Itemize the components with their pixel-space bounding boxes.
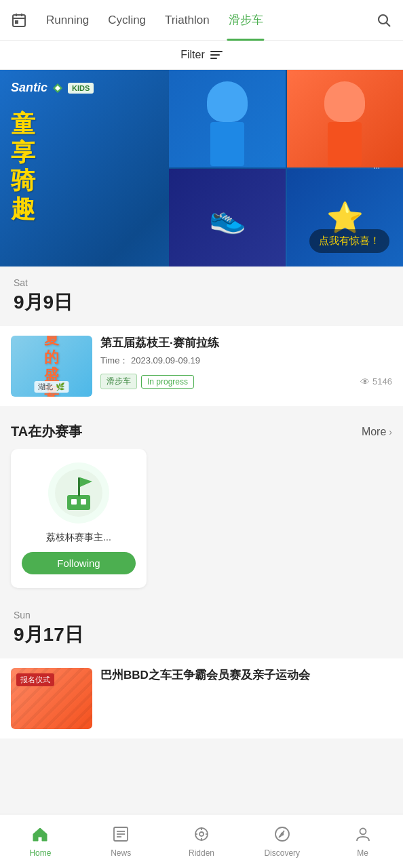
banner-cta[interactable]: 点我有惊喜！ (309, 229, 389, 253)
tab-triathlon[interactable]: Triathlon (155, 0, 219, 41)
date-section-2: Sun 9月17日 (0, 599, 403, 653)
event-views-1: 👁 5146 (360, 376, 392, 387)
filter-button[interactable]: Filter (180, 49, 223, 61)
me-label: Me (357, 848, 368, 858)
ridden-label: Ridden (189, 848, 214, 858)
search-button[interactable] (372, 8, 396, 33)
organizer-card-1[interactable]: 荔枝杯赛事主... Following (11, 449, 147, 588)
time-value: 2023.09.09-09.19 (131, 355, 200, 366)
svg-rect-4 (16, 21, 18, 23)
cn-char-2: 享 (11, 139, 35, 166)
banner-logo: Santic KIDS (11, 81, 94, 95)
thumb-bg-summer: 夏的盛宴 湖北 🌿 (11, 336, 92, 397)
event-tags-1: 滑步车 In progress (100, 374, 194, 389)
brand-name: Santic (11, 81, 47, 95)
organizer-row: 荔枝杯赛事主... Following (0, 449, 403, 599)
event-info-1: 第五届荔枝王·赛前拉练 Time： 2023.09.09-09.19 滑步车 I… (100, 336, 392, 389)
home-label: Home (29, 848, 51, 858)
event-card-1[interactable]: 夏的盛宴 湖北 🌿 第五届荔枝王·赛前拉练 Time： 2023.09.09-0… (0, 326, 403, 406)
svg-rect-11 (78, 477, 80, 496)
tag-status-1: In progress (141, 375, 194, 389)
me-icon (354, 825, 372, 846)
svg-point-23 (281, 833, 283, 835)
main-content: Santic KIDS 童 享 骑 趣 Baby, Come on (0, 70, 403, 798)
calendar-icon[interactable] (7, 8, 31, 33)
ta-section-header: TA在办赛事 More › (0, 412, 403, 449)
tab-running[interactable]: Running (37, 0, 98, 41)
filter-label: Filter (180, 49, 205, 61)
date-weekday-1: Sat (14, 277, 389, 288)
discovery-label: Discovery (264, 848, 300, 858)
more-label: More (362, 426, 386, 438)
more-link[interactable]: More › (362, 426, 392, 438)
cn-char-4: 趣 (11, 195, 35, 222)
bottom-nav-ridden[interactable]: Ridden (161, 814, 242, 868)
kids-badge: KIDS (68, 83, 94, 94)
collage-cell-3: 👟 (169, 169, 285, 267)
event-thumbnail-2: 报名仪式 (11, 668, 92, 729)
banner-chinese-text: 童 享 骑 趣 (11, 111, 35, 222)
organizer-name-1: 荔枝杯赛事主... (46, 532, 111, 544)
collage-cell-1 (169, 70, 285, 167)
event-time-1: Time： 2023.09.09-09.19 (100, 355, 392, 367)
event-title-2: 巴州BBD之车王争霸会员赛及亲子运动会 (100, 668, 392, 683)
filter-bar: Filter (0, 41, 403, 70)
red-badge: 报名仪式 (16, 673, 54, 686)
date-section-1: Sat 9月9日 (0, 267, 403, 321)
date-main-1: 9月9日 (14, 290, 389, 315)
news-icon (112, 825, 130, 846)
date-weekday-2: Sun (14, 610, 389, 620)
home-icon (31, 825, 49, 846)
hubei-tag: 湖北 🌿 (34, 381, 69, 393)
svg-line-6 (387, 22, 391, 26)
svg-rect-0 (13, 15, 25, 26)
ridden-icon (193, 825, 210, 846)
bottom-navigation: Home News Ridden (0, 814, 403, 868)
event-thumbnail-1: 夏的盛宴 湖北 🌿 (11, 336, 92, 397)
eye-icon: 👁 (360, 376, 370, 387)
svg-point-5 (379, 15, 387, 24)
ta-section-title: TA在办赛事 (11, 422, 82, 441)
organizer-avatar-1 (48, 462, 109, 524)
tab-cycling[interactable]: Cycling (98, 0, 155, 41)
svg-rect-10 (81, 499, 86, 505)
svg-rect-9 (71, 499, 77, 505)
bottom-nav-discovery[interactable]: Discovery (242, 814, 322, 868)
filter-icon (210, 51, 223, 59)
nav-tabs: Running Cycling Triathlon 滑步车 (37, 0, 372, 41)
follow-button-1[interactable]: Following (22, 552, 136, 574)
svg-rect-8 (67, 495, 90, 510)
news-label: News (111, 848, 131, 858)
chevron-right-icon: › (389, 427, 392, 437)
event-card-2[interactable]: 报名仪式 巴州BBD之车王争霸会员赛及亲子运动会 (0, 658, 403, 738)
bottom-nav-home[interactable]: Home (0, 814, 81, 868)
date-main-2: 9月17日 (14, 622, 389, 648)
event-info-2: 巴州BBD之车王争霸会员赛及亲子运动会 (100, 668, 392, 687)
top-navigation: Running Cycling Triathlon 滑步车 (0, 0, 403, 41)
tab-skating[interactable]: 滑步车 (219, 0, 273, 41)
discovery-icon (273, 825, 291, 846)
cn-char-1: 童 (11, 111, 35, 138)
organizer-icon (55, 469, 102, 517)
svg-point-24 (360, 828, 366, 834)
time-label: Time： (100, 355, 128, 366)
bottom-nav-news[interactable]: News (81, 814, 161, 868)
tag-category-1: 滑步车 (100, 374, 137, 389)
bottom-nav-me[interactable]: Me (322, 814, 403, 868)
event-meta-1: 滑步车 In progress 👁 5146 (100, 374, 392, 389)
collage-cell-2 (287, 70, 403, 167)
banner[interactable]: Santic KIDS 童 享 骑 趣 Baby, Come on (0, 70, 403, 267)
event-title-1: 第五届荔枝王·赛前拉练 (100, 336, 392, 351)
cn-char-3: 骑 (11, 167, 35, 194)
views-count-1: 5146 (372, 376, 392, 387)
svg-point-17 (199, 832, 204, 836)
